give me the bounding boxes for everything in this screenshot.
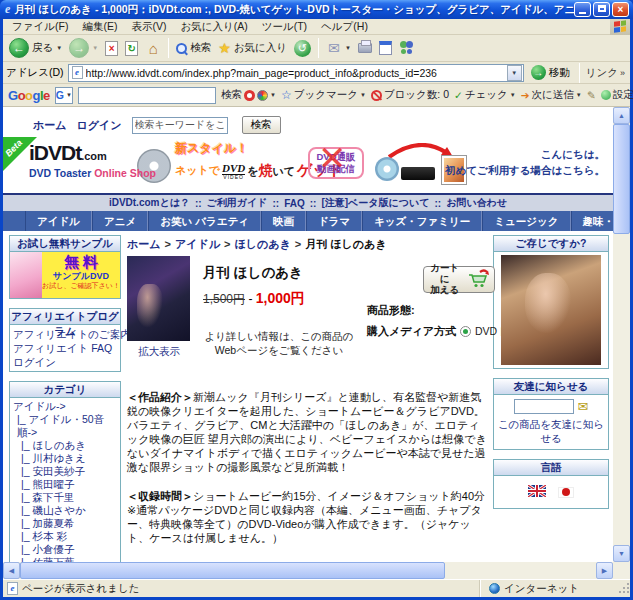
- google-g-dropdown[interactable]: G▼: [55, 87, 73, 104]
- affiliate-guide-link[interactable]: アフィリエイトのご案内: [13, 327, 117, 341]
- back-button[interactable]: ← 戻る ▼: [7, 37, 64, 59]
- english-flag-icon[interactable]: [528, 483, 546, 501]
- category-item-link[interactable]: |_ 安田美紗子: [13, 465, 117, 478]
- tab-drama[interactable]: ドラマ: [306, 211, 362, 231]
- nav-beta-link[interactable]: [注意]ベータ版について: [321, 196, 429, 210]
- breadcrumb-home-link[interactable]: ホーム: [127, 238, 161, 250]
- menu-bar: ファイル(F) 編集(E) 表示(V) お気に入り(A) ツール(T) ヘルプ(…: [3, 19, 630, 35]
- browser-window: e 月刊 ほしのあき - 1,000円：iDVDt.com :, DVD-焼いて…: [0, 0, 633, 600]
- free-sample-banner[interactable]: 無 料 サンプルDVD お試し、ご確認下さい！: [10, 252, 120, 298]
- dvd-toaster-radio[interactable]: [460, 326, 471, 337]
- utility-nav: iDVDt.comとは？ :: ご利用ガイド :: FAQ :: [注意]ベータ…: [3, 195, 613, 211]
- affiliate-login-link[interactable]: ログイン: [13, 355, 117, 369]
- tab-movie[interactable]: 映画: [261, 211, 306, 231]
- category-item-link[interactable]: |_ 川村ゆきえ: [13, 452, 117, 465]
- site-logo[interactable]: iDVDt.com DVD Toaster Online Shop: [29, 141, 169, 179]
- breadcrumb-hoshino-link[interactable]: ほしのあき: [234, 238, 290, 250]
- google-search-input[interactable]: [78, 87, 216, 104]
- messenger-button[interactable]: [397, 40, 417, 56]
- stop-icon: ×: [105, 41, 118, 56]
- highlight-pen-icon[interactable]: ✎: [587, 89, 596, 101]
- google-send-button[interactable]: ➔ 次に送信 ▼: [521, 88, 582, 102]
- messenger-icon: [399, 41, 415, 55]
- maximize-button[interactable]: [593, 2, 610, 17]
- category-item-link[interactable]: |_ 森下千里: [13, 491, 117, 504]
- nav-guide-link[interactable]: ご利用ガイド: [207, 196, 268, 210]
- category-root-link[interactable]: アイドル->: [13, 400, 117, 413]
- affiliate-faq-link[interactable]: アフィリエイト FAQ: [13, 341, 117, 355]
- site-login-link[interactable]: ログイン: [77, 118, 122, 133]
- tab-music[interactable]: ミュージック: [482, 211, 570, 231]
- right-sidebar: ご存じですか? 友達に知らせる ✉ この商品を友達に知らせる: [493, 235, 609, 562]
- resize-grip[interactable]: [617, 583, 629, 595]
- related-product-image[interactable]: [501, 255, 601, 365]
- nav-faq-link[interactable]: FAQ: [284, 198, 305, 209]
- favorites-button[interactable]: ★ お気に入り: [216, 39, 289, 57]
- category-item-link[interactable]: |_ 小倉優子: [13, 543, 117, 556]
- google-bookmarks-button[interactable]: ☆ ブックマーク ▼: [281, 88, 366, 102]
- search-button[interactable]: 検索: [174, 40, 213, 56]
- menu-tools[interactable]: ツール(T): [255, 19, 314, 35]
- site-search-input[interactable]: [132, 117, 228, 134]
- stop-button[interactable]: ×: [103, 40, 120, 57]
- tab-kids[interactable]: キッズ・ファミリー: [362, 211, 482, 231]
- horizontal-scroll-thumb[interactable]: [20, 562, 445, 579]
- mail-button[interactable]: ✉ ▼: [324, 39, 353, 57]
- menu-file[interactable]: ファイル(F): [5, 19, 75, 35]
- nav-about-link[interactable]: iDVDt.comとは？: [109, 196, 190, 210]
- home-button[interactable]: ⌂: [143, 39, 163, 57]
- address-dropdown-button[interactable]: ▼: [507, 65, 522, 81]
- google-spellcheck-button[interactable]: ✓ チェック ▼: [454, 88, 516, 102]
- tab-anime[interactable]: アニメ: [92, 211, 148, 231]
- refresh-button[interactable]: ↻: [123, 40, 140, 57]
- first-time-link[interactable]: 初めてご利用する場合はこちら。: [445, 164, 605, 176]
- japanese-flag-icon[interactable]: [558, 487, 574, 498]
- mail-send-icon[interactable]: ✉: [578, 399, 589, 414]
- tab-hobby[interactable]: 趣味・スポーツ: [571, 211, 613, 231]
- scroll-down-button[interactable]: ▼: [613, 545, 630, 562]
- menu-favorites[interactable]: お気に入り(A): [173, 19, 254, 35]
- minimize-button[interactable]: [574, 2, 591, 17]
- tab-idol[interactable]: アイドル: [25, 211, 92, 231]
- friend-email-input[interactable]: [514, 399, 574, 414]
- links-toolbar[interactable]: リンク »: [586, 66, 627, 80]
- menu-edit[interactable]: 編集(E): [75, 19, 124, 35]
- menu-help[interactable]: ヘルプ(H): [314, 19, 375, 35]
- breadcrumb-idol-link[interactable]: アイドル: [175, 238, 220, 250]
- site-home-link[interactable]: ホーム: [33, 118, 67, 133]
- edit-button[interactable]: [377, 40, 394, 56]
- site-top-bar: ホーム ログイン 検索: [3, 107, 613, 137]
- category-item-link[interactable]: |_ ほしのあき: [13, 439, 117, 452]
- forward-button[interactable]: → ▼: [67, 37, 100, 59]
- horizontal-scrollbar[interactable]: ◀ ▶: [3, 562, 613, 579]
- category-item-link[interactable]: |_ 磯山さやか: [13, 504, 117, 517]
- print-button[interactable]: [356, 42, 374, 54]
- history-button[interactable]: ↺: [292, 39, 313, 58]
- add-to-cart-button[interactable]: カートに加える: [423, 266, 495, 293]
- close-button[interactable]: ×: [612, 2, 629, 17]
- go-button[interactable]: → 移動: [528, 65, 573, 80]
- category-item-link[interactable]: |_ 加藤夏希: [13, 517, 117, 530]
- nav-contact-link[interactable]: お問い合わせ: [446, 196, 507, 210]
- scroll-up-button[interactable]: ▲: [613, 107, 630, 124]
- category-item-link[interactable]: |_ 熊田曜子: [13, 478, 117, 491]
- site-search-button[interactable]: 検索: [242, 116, 281, 134]
- back-dropdown-icon[interactable]: ▼: [56, 45, 62, 51]
- category-sub-link[interactable]: |_ アイドル・50音順->: [13, 413, 117, 439]
- player-image: [401, 167, 435, 180]
- category-box: カテゴリ アイドル-> |_ アイドル・50音順-> |_ ほしのあき |_ 川…: [9, 381, 121, 562]
- tab-comedy[interactable]: お笑い バラエティ: [148, 211, 261, 231]
- menu-view[interactable]: 表示(V): [124, 19, 173, 35]
- product-image[interactable]: [127, 256, 190, 341]
- google-settings-button[interactable]: 設定 ▼: [601, 88, 633, 102]
- google-search-button[interactable]: 検索 ▼: [221, 88, 276, 102]
- google-popup-blocker[interactable]: ブロック数: 0: [371, 88, 449, 102]
- favorites-star-icon: ★: [218, 40, 231, 56]
- vertical-scroll-thumb[interactable]: [613, 124, 630, 234]
- zoom-image-link[interactable]: 拡大表示: [138, 345, 180, 359]
- scroll-left-button[interactable]: ◀: [3, 562, 20, 579]
- address-input[interactable]: e http://www.idvdt.com/index.php?main_pa…: [68, 64, 524, 82]
- vertical-scrollbar[interactable]: ▲ ▼: [613, 107, 630, 562]
- category-item-link[interactable]: |_ 杉本 彩: [13, 530, 117, 543]
- scroll-right-button[interactable]: ▶: [596, 562, 613, 579]
